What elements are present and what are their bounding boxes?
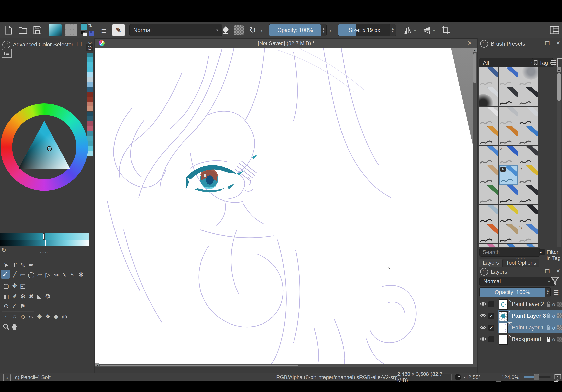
selector-settings-icon[interactable] xyxy=(2,49,12,58)
presets-menu-icon[interactable]: ☰ xyxy=(551,59,557,67)
canvas-viewport[interactable]: ▲ ◀ xyxy=(95,48,477,367)
layer-onion-checkbox[interactable] xyxy=(488,336,494,343)
fit-to-screen-icon[interactable] xyxy=(554,374,561,382)
layer-name[interactable]: Background xyxy=(512,336,541,343)
layer-blend-mode-dropdown[interactable]: Normal ▾ xyxy=(480,277,554,286)
update-shades-icon[interactable]: ↻ xyxy=(1,246,6,254)
edit-brush-settings-button[interactable]: ✎ xyxy=(113,24,125,36)
polyline-tool[interactable]: ▷ xyxy=(44,271,52,279)
color-select-tool[interactable]: ❖ xyxy=(44,313,52,320)
color-sampler-tool[interactable]: ✐ xyxy=(11,292,18,300)
zoom-slider[interactable] xyxy=(524,376,551,378)
history-color-swatch[interactable] xyxy=(87,62,94,67)
foreground-color-swatch[interactable] xyxy=(81,23,87,30)
brush-preset[interactable]: ⇆ xyxy=(518,166,538,185)
layer-onion-checkbox[interactable]: ✓ xyxy=(488,325,494,331)
layer-alpha-inherit-icon[interactable] xyxy=(557,314,562,318)
layer-thumbnail[interactable] xyxy=(499,311,508,321)
history-color-swatch[interactable] xyxy=(87,77,94,82)
brush-preset[interactable] xyxy=(518,146,538,165)
text-tool[interactable]: T xyxy=(11,261,18,269)
no-color-button[interactable]: ⊘ xyxy=(86,44,94,51)
dynamic-brush-tool[interactable]: ➴ xyxy=(69,271,76,279)
multibrush-tool[interactable]: ✱ xyxy=(77,271,85,279)
layer-lock-icon[interactable] xyxy=(546,301,551,308)
zoom-tool[interactable] xyxy=(2,323,10,331)
presets-lock-icon[interactable]: ⌒ xyxy=(480,40,488,48)
measure-tool[interactable]: ∠ xyxy=(11,302,18,310)
history-color-swatch[interactable] xyxy=(87,57,94,62)
brush-preset[interactable]: ⇆ xyxy=(518,224,538,244)
docker-lock-icon[interactable]: ⌒ xyxy=(2,41,10,48)
zoom-percentage[interactable]: 124.0% xyxy=(501,374,519,381)
brush-preset[interactable] xyxy=(518,67,538,87)
history-color-swatch[interactable] xyxy=(87,72,94,77)
move-tool[interactable]: ✥ xyxy=(11,282,18,290)
image-dimensions[interactable]: 2,480 x 3,508 (82.7 MiB) xyxy=(397,374,452,381)
preset-search-input[interactable]: Search xyxy=(480,248,540,257)
tab-layers[interactable]: Layers xyxy=(479,259,503,267)
new-document-button[interactable] xyxy=(3,25,14,35)
reference-images-tool[interactable]: ⚑ xyxy=(19,302,27,310)
history-color-swatch[interactable] xyxy=(87,97,94,102)
canvas-title-bar[interactable]: [Not Saved] (82.7 MiB) * ✕ xyxy=(95,39,477,48)
layer-onion-checkbox[interactable] xyxy=(488,301,494,307)
layers-close-icon[interactable]: ✕ xyxy=(556,268,560,274)
layer-lock-icon[interactable] xyxy=(546,325,551,331)
panel-drag-handle[interactable]: ······ xyxy=(38,250,48,254)
layer-lock-icon[interactable] xyxy=(546,313,551,319)
brush-preset[interactable]: ○ xyxy=(499,146,518,165)
rectangle-tool[interactable]: ▭ xyxy=(19,271,27,279)
layer-visibility-eye-icon[interactable] xyxy=(480,337,486,342)
canvas-vscrollbar[interactable]: ▲ xyxy=(473,48,477,364)
presets-scroll-up-icon[interactable]: ▲ xyxy=(557,67,561,72)
layer-alpha-icon[interactable]: α xyxy=(552,301,555,308)
layer-thumbnail[interactable] xyxy=(499,300,508,310)
save-button[interactable] xyxy=(32,25,43,35)
filter-in-tag-checkbox[interactable]: ✓ xyxy=(539,249,545,255)
brush-size-slider[interactable]: Size: 5.19 px xyxy=(338,24,390,36)
layer-lock-icon[interactable] xyxy=(546,336,551,343)
mirror-horizontal-arrow[interactable]: ▾ xyxy=(414,28,416,33)
layers-float-icon[interactable]: ❐ xyxy=(545,268,550,275)
mirror-horizontal-button[interactable] xyxy=(402,25,413,35)
brush-preset[interactable] xyxy=(479,107,498,126)
reload-preset-button[interactable]: ↻ xyxy=(247,25,258,35)
layer-filter-icon[interactable] xyxy=(550,276,560,287)
crop-tool[interactable]: ◱ xyxy=(19,282,27,290)
fill-tool[interactable]: ◣ xyxy=(35,292,43,300)
history-color-swatch[interactable] xyxy=(87,87,94,92)
background-pattern-swatch[interactable] xyxy=(89,31,94,36)
brush-preset-selected[interactable]: ✎ xyxy=(499,166,518,185)
tag-filter-dropdown[interactable]: All ▾ xyxy=(479,58,537,67)
open-document-button[interactable] xyxy=(17,25,28,35)
hue-ring[interactable] xyxy=(0,103,88,191)
brush-preset[interactable] xyxy=(499,244,518,247)
layer-thumbnail[interactable] xyxy=(499,335,508,345)
opacity-dropdown-arrow[interactable]: ▾ xyxy=(329,28,331,33)
tag-button[interactable]: Tag ▾ xyxy=(532,58,553,67)
blending-mode-dropdown[interactable]: Normal ▾ xyxy=(129,24,222,36)
eraser-mode-button[interactable] xyxy=(220,25,231,35)
brush-preset[interactable] xyxy=(499,185,518,204)
history-color-swatch[interactable] xyxy=(87,102,94,106)
transform-tool[interactable]: ▢ xyxy=(2,282,10,290)
layer-alpha-inherit-icon[interactable] xyxy=(557,337,562,342)
brush-preset[interactable] xyxy=(518,185,538,204)
freehand-path-tool[interactable]: ∿ xyxy=(60,271,68,279)
layer-visibility-eye-icon[interactable] xyxy=(480,325,486,330)
pan-tool[interactable] xyxy=(11,323,18,331)
select-shapes-tool[interactable]: ➤ xyxy=(2,261,10,269)
brush-preset[interactable] xyxy=(518,87,538,106)
polygon-select-tool[interactable]: ◇ xyxy=(19,313,27,320)
brush-preset[interactable] xyxy=(499,126,518,146)
history-color-swatch[interactable] xyxy=(87,116,94,121)
rect-select-tool[interactable]: ▫ xyxy=(2,313,10,320)
ellipse-tool[interactable]: ◯ xyxy=(27,271,35,279)
smart-patch-tool[interactable]: ✖ xyxy=(27,292,35,300)
layer-alpha-icon[interactable]: α xyxy=(552,336,555,343)
brush-preset[interactable] xyxy=(499,205,518,224)
gradient-chooser[interactable] xyxy=(49,24,61,36)
trim-to-image-button[interactable] xyxy=(440,25,451,35)
freehand-brush-tool[interactable] xyxy=(1,269,10,279)
